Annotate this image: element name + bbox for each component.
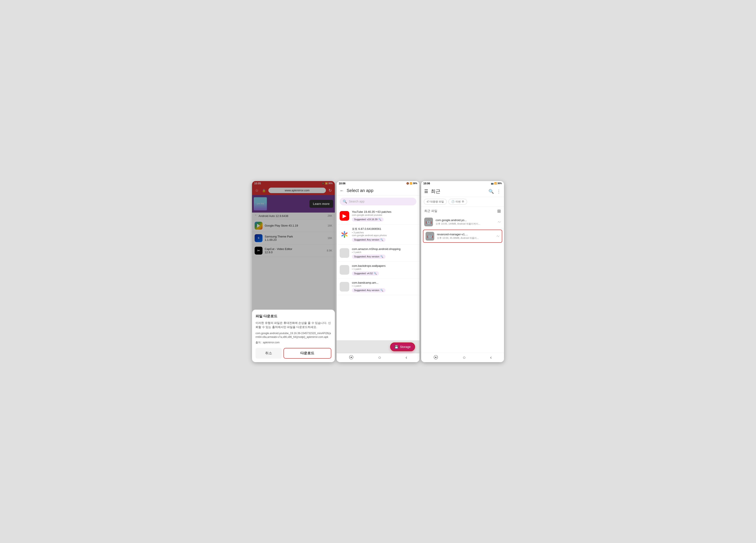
expand-icon[interactable]: ↗↙	[496, 235, 500, 237]
grid-view-icon[interactable]: ⊞	[497, 208, 501, 214]
suggested-badge: Suggested: Any version 🔍	[352, 254, 386, 259]
file-name: revanced-manager-v1....	[437, 233, 494, 236]
nav-recent-icon[interactable]: ⦿	[433, 355, 438, 361]
nav-home-icon[interactable]: ○	[378, 355, 381, 361]
android-icon: 🤖	[426, 232, 434, 240]
file-item[interactable]: 🤖 com.google.android.yo... 오후 10:05, 144…	[421, 215, 504, 229]
screen3: 10:06 📷 📶 36% ☰ 최근 🔍 ⋮ 🏷 대용량 파일 🕐	[421, 181, 504, 362]
app-package: com.google.android.youtube	[352, 214, 416, 216]
download-button[interactable]: 다운로드	[283, 348, 331, 359]
app-name: YouTube 19.40.35 • 63 patches	[352, 210, 416, 213]
download-dialog: 파일 다운로드 이러한 유형의 파일은 휴대전화에 손상을 줄 수 있습니다. …	[252, 310, 335, 362]
status-bar-3: 10:06 📷 📶 36%	[421, 181, 504, 186]
search-small-icon[interactable]: 🔍	[378, 218, 381, 221]
status-bar-2: 10:06 🔕 📶 36%	[337, 181, 419, 186]
app-name: com.backdrops.wallpapers	[352, 264, 416, 267]
screen2-title: Select an app	[347, 188, 373, 193]
list-item[interactable]: com.backdrops.wallpapers • 1 patch Sugge…	[337, 261, 419, 279]
patches: • 1 patch	[352, 251, 416, 253]
backdrops-icon	[340, 265, 349, 275]
dialog-title: 파일 다운로드	[255, 314, 331, 319]
file-list: 🤖 com.google.android.yo... 오후 10:05, 144…	[421, 215, 504, 353]
search-small-icon[interactable]: 🔍	[380, 238, 383, 241]
app-info: com.backdrops.wallpapers • 1 patch Sugge…	[352, 264, 416, 276]
storage-fab[interactable]: 💾 Storage	[390, 343, 415, 351]
search-small-icon[interactable]: 🔍	[380, 289, 383, 292]
photos-icon	[340, 229, 349, 239]
storage-label: Storage	[400, 345, 411, 349]
app-package: com.google.android.apps.photos	[352, 234, 416, 236]
list-item[interactable]: com.bandcamp.am... • 1 patch Suggested: …	[337, 279, 419, 295]
dialog-source: 출처 : apkmirror.com	[255, 341, 331, 345]
cancel-button[interactable]: 취소	[255, 348, 282, 359]
app-info: com.bandcamp.am... • 1 patch Suggested: …	[352, 281, 416, 293]
file-item-highlighted[interactable]: 🤖 revanced-manager-v1.... 오후 10:00, 45.0…	[423, 229, 502, 243]
filter-large-files[interactable]: 🏷 대용량 파일	[424, 199, 447, 205]
search-placeholder: Search app	[349, 200, 365, 203]
history-icon: 🕐	[451, 200, 455, 203]
svg-point-5	[344, 235, 345, 238]
screen3-title: 최근	[431, 188, 488, 195]
search-icon[interactable]: 🔍	[488, 189, 494, 194]
file-meta: 오후 10:00, 45.08MB, Android 애플리...	[437, 236, 494, 240]
search-icon: 🔍	[343, 199, 347, 203]
amazon-icon	[340, 248, 349, 258]
more-icon[interactable]: ⋮	[497, 189, 501, 194]
storage-icon: 💾	[395, 345, 398, 349]
nav-home-icon[interactable]: ○	[463, 355, 466, 361]
app-info: 포토 6.87.0.641906561 • 3 patches com.goog…	[352, 227, 416, 242]
nav-recent-icon[interactable]: ⦿	[349, 355, 354, 361]
filter-bar: 🏷 대용량 파일 🕐 이번 주	[421, 197, 504, 207]
filter-label: 대용량 파일	[430, 200, 444, 203]
suggested-badge: Suggested: v19.16.39 🔍	[352, 217, 384, 221]
svg-point-2	[344, 231, 345, 233]
filter-label: 이번 주	[455, 200, 464, 203]
file-meta: 오후 10:05, 144MB, Android 애플리케이...	[436, 222, 495, 225]
screen3-actions: 🔍 ⋮	[488, 189, 501, 194]
menu-icon[interactable]: ☰	[424, 189, 428, 194]
search-bar[interactable]: 🔍 Search app	[340, 198, 416, 205]
section-label: 최근 파일	[424, 209, 437, 213]
tag-icon: 🏷	[427, 200, 429, 203]
patches: • 1 patch	[352, 285, 416, 287]
nav-back-icon[interactable]: ‹	[490, 355, 492, 361]
screen2: 10:06 🔕 📶 36% ← Select an app 🔍 Search a…	[337, 181, 419, 362]
file-info: revanced-manager-v1.... 오후 10:00, 45.08M…	[437, 233, 494, 240]
section-header: 최근 파일 ⊞	[421, 207, 504, 215]
screen1: 10:05 🔕 📶 36% ☆ 🔒 www.apkmirror.com ↻ 신비…	[252, 181, 335, 362]
patches: • 1 patch	[352, 268, 416, 270]
list-item[interactable]: ▶ YouTube 19.40.35 • 63 patches com.goog…	[337, 207, 419, 224]
app-name: com.bandcamp.am...	[352, 281, 416, 284]
app-name: com.amazon.mShop.android.shopping	[352, 247, 416, 250]
suggested-badge: Suggested: Any version 🔍	[352, 238, 386, 242]
dialog-overlay: 파일 다운로드 이러한 유형의 파일은 휴대전화에 손상을 줄 수 있습니다. …	[252, 181, 335, 362]
filter-this-week[interactable]: 🕐 이번 주	[448, 199, 467, 205]
dialog-body: 이러한 유형의 파일은 휴대전화에 손상을 줄 수 있습니다. 신뢰할 수 있는…	[255, 321, 331, 329]
screen3-header: ☰ 최근 🔍 ⋮	[421, 186, 504, 197]
list-item[interactable]: 포토 6.87.0.641906561 • 3 patches com.goog…	[337, 224, 419, 245]
app-list: ▶ YouTube 19.40.35 • 63 patches com.goog…	[337, 207, 419, 353]
nav-back-icon[interactable]: ‹	[406, 355, 407, 361]
dialog-buttons: 취소 다운로드	[255, 348, 331, 359]
list-item[interactable]: com.amazon.mShop.android.shopping • 1 pa…	[337, 245, 419, 261]
suggested-badge: Suggested: v4.52 🔍	[352, 272, 379, 276]
app-name: 포토 6.87.0.641906561	[352, 227, 416, 231]
nav-bar-3: ⦿ ○ ‹	[421, 353, 504, 362]
expand-icon[interactable]: ↗↙	[497, 221, 501, 223]
suggested-badge: Suggested: Any version 🔍	[352, 288, 386, 293]
bandcamp-icon	[340, 282, 349, 292]
youtube-icon: ▶	[340, 211, 349, 221]
search-small-icon[interactable]: 🔍	[374, 272, 377, 275]
search-small-icon[interactable]: 🔍	[380, 255, 383, 258]
app-info: com.amazon.mShop.android.shopping • 1 pa…	[352, 247, 416, 259]
time-3: 10:06	[423, 182, 430, 185]
screen2-header: ← Select an app	[337, 186, 419, 195]
dialog-filename: com.google.android.youtube_19.16.39-1545…	[255, 332, 331, 339]
file-name: com.google.android.yo...	[436, 218, 495, 222]
app-info: YouTube 19.40.35 • 63 patches com.google…	[352, 210, 416, 221]
nav-bar-2: ⦿ ○ ‹	[337, 353, 419, 362]
back-button[interactable]: ←	[340, 188, 344, 193]
android-icon: 🤖	[424, 217, 433, 226]
time-2: 10:06	[339, 182, 346, 185]
file-info: com.google.android.yo... 오후 10:05, 144MB…	[436, 218, 495, 225]
